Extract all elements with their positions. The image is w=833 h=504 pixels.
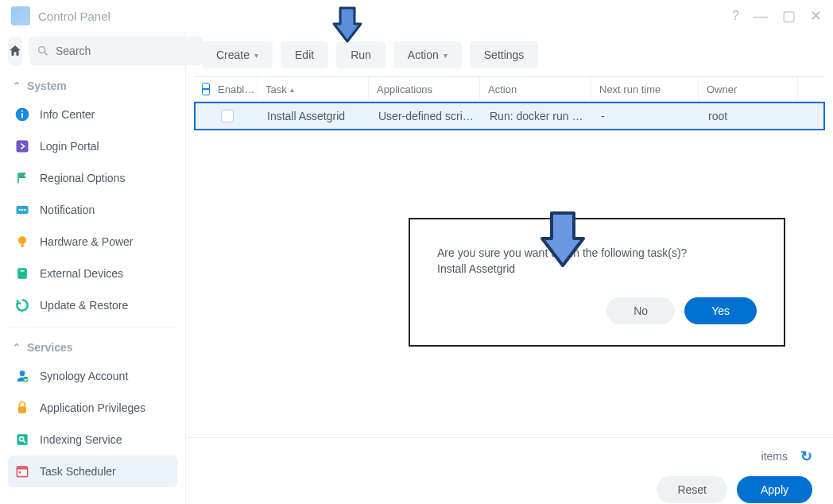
close-icon[interactable]: ✕ bbox=[810, 7, 822, 25]
sidebar-item-task-scheduler[interactable]: Task Scheduler bbox=[8, 456, 177, 487]
cell-action: Run: docker run … bbox=[482, 103, 593, 129]
th-owner[interactable]: Owner bbox=[699, 77, 798, 101]
svg-rect-4 bbox=[21, 110, 23, 112]
svg-rect-3 bbox=[21, 113, 23, 118]
sidebar-item-application-privileges[interactable]: Application Privileges bbox=[8, 392, 177, 424]
maximize-icon[interactable]: ▢ bbox=[782, 7, 796, 25]
main-panel: Create▾ Edit Run Action▾ Settings Enabl…… bbox=[186, 32, 833, 504]
sort-asc-icon: ▴ bbox=[290, 85, 294, 94]
svg-rect-22 bbox=[17, 467, 27, 469]
annotation-arrow-run bbox=[329, 3, 366, 45]
table-row[interactable]: Install Assetgrid User-defined scri… Run… bbox=[194, 102, 825, 130]
svg-point-0 bbox=[39, 47, 45, 53]
svg-rect-6 bbox=[17, 173, 19, 183]
th-applications[interactable]: Applications bbox=[369, 77, 480, 101]
section-label: Services bbox=[27, 341, 73, 354]
cell-applications: User-defined scri… bbox=[370, 103, 482, 129]
section-system[interactable]: ⌃ System bbox=[8, 73, 177, 99]
minimize-icon[interactable]: — bbox=[754, 8, 768, 25]
svg-rect-5 bbox=[17, 141, 29, 153]
button-label: Run bbox=[351, 48, 371, 61]
sidebar-item-external-devices[interactable]: External Devices bbox=[8, 258, 177, 289]
sidebar-item-synology-account[interactable]: Synology Account bbox=[8, 360, 177, 392]
no-button[interactable]: No bbox=[606, 297, 675, 324]
svg-rect-14 bbox=[21, 270, 25, 272]
svg-point-9 bbox=[21, 209, 24, 211]
partial-check-icon[interactable] bbox=[202, 83, 210, 95]
sidebar-item-regional-options[interactable]: Regional Options bbox=[8, 162, 177, 194]
sidebar-item-indexing-service[interactable]: Indexing Service bbox=[8, 424, 177, 456]
chevron-up-icon: ⌃ bbox=[13, 342, 21, 353]
search-input[interactable] bbox=[56, 45, 195, 57]
svg-point-15 bbox=[20, 370, 25, 376]
svg-rect-17 bbox=[18, 406, 26, 413]
svg-line-1 bbox=[45, 52, 47, 55]
search-input-wrap[interactable] bbox=[29, 37, 203, 65]
dialog-task-name: Install Assetgrid bbox=[437, 262, 757, 275]
footer: items ↻ Reset Apply bbox=[186, 437, 833, 504]
th-action[interactable]: Action bbox=[480, 77, 591, 101]
sidebar-item-update-restore[interactable]: Update & Restore bbox=[8, 289, 177, 321]
svg-rect-13 bbox=[17, 268, 27, 278]
reset-button[interactable]: Reset bbox=[657, 476, 727, 503]
chevron-up-icon: ⌃ bbox=[13, 80, 21, 91]
sidebar-item-label: Application Privileges bbox=[40, 401, 145, 414]
sidebar-item-label: Login Portal bbox=[40, 140, 99, 153]
sidebar-item-label: Update & Restore bbox=[40, 299, 128, 312]
dialog-message: Are you sure you want to run the followi… bbox=[437, 246, 757, 259]
section-label: System bbox=[27, 79, 67, 92]
calendar-icon bbox=[14, 463, 30, 479]
th-next-run[interactable]: Next run time bbox=[591, 77, 699, 101]
caret-down-icon: ▾ bbox=[444, 51, 447, 60]
home-icon bbox=[8, 44, 22, 58]
window-title: Control Panel bbox=[38, 10, 110, 23]
sidebar-item-notification[interactable]: Notification bbox=[8, 194, 177, 226]
svg-point-11 bbox=[18, 236, 26, 244]
sidebar-item-label: Info Center bbox=[40, 108, 95, 121]
sidebar-item-label: Hardware & Power bbox=[40, 235, 134, 248]
button-label: Edit bbox=[295, 48, 314, 61]
sidebar-item-label: Notification bbox=[40, 204, 95, 216]
index-icon bbox=[14, 432, 30, 448]
th-task[interactable]: Task▴ bbox=[258, 77, 369, 101]
update-icon bbox=[14, 297, 30, 313]
svg-rect-12 bbox=[21, 244, 23, 246]
apply-button[interactable]: Apply bbox=[737, 476, 812, 503]
help-icon[interactable]: ? bbox=[732, 9, 739, 23]
table-header: Enabl… Task▴ Applications Action Next ru… bbox=[194, 76, 825, 102]
sidebar-item-label: Regional Options bbox=[40, 172, 125, 184]
create-button[interactable]: Create▾ bbox=[202, 41, 273, 68]
app-icon bbox=[11, 6, 30, 25]
bulb-icon bbox=[14, 234, 30, 250]
external-icon bbox=[14, 266, 30, 281]
toolbar: Create▾ Edit Run Action▾ Settings bbox=[186, 32, 833, 76]
sidebar-item-label: External Devices bbox=[40, 267, 123, 280]
sidebar-item-label: Synology Account bbox=[40, 370, 128, 382]
th-enabled[interactable]: Enabl… bbox=[194, 77, 258, 101]
sidebar-item-label: Indexing Service bbox=[40, 433, 122, 446]
sidebar-item-info-center[interactable]: Info Center bbox=[8, 99, 177, 130]
cell-next-run: - bbox=[593, 103, 700, 129]
checkbox[interactable] bbox=[221, 110, 234, 122]
home-button[interactable] bbox=[8, 37, 22, 65]
sidebar-item-login-portal[interactable]: Login Portal bbox=[8, 130, 177, 162]
button-label: Action bbox=[408, 48, 439, 61]
flag-icon bbox=[14, 170, 30, 186]
action-button[interactable]: Action▾ bbox=[393, 41, 462, 68]
caret-down-icon: ▾ bbox=[254, 51, 258, 60]
portal-icon bbox=[14, 138, 30, 154]
cell-task: Install Assetgrid bbox=[259, 103, 370, 129]
edit-button[interactable]: Edit bbox=[281, 41, 328, 68]
sidebar: ⌃ System Info Center Login Portal Region… bbox=[0, 32, 186, 504]
yes-button[interactable]: Yes bbox=[684, 297, 757, 324]
row-checkbox-cell[interactable] bbox=[196, 103, 259, 129]
svg-point-8 bbox=[18, 209, 21, 211]
items-label: items bbox=[761, 450, 788, 463]
settings-button[interactable]: Settings bbox=[470, 41, 539, 68]
titlebar: Control Panel ? — ▢ ✕ bbox=[0, 0, 833, 32]
sidebar-item-hardware-power[interactable]: Hardware & Power bbox=[8, 226, 177, 258]
refresh-icon[interactable]: ↻ bbox=[800, 448, 812, 465]
run-button[interactable]: Run bbox=[336, 41, 386, 68]
svg-rect-18 bbox=[17, 434, 27, 444]
section-services[interactable]: ⌃ Services bbox=[8, 335, 177, 360]
